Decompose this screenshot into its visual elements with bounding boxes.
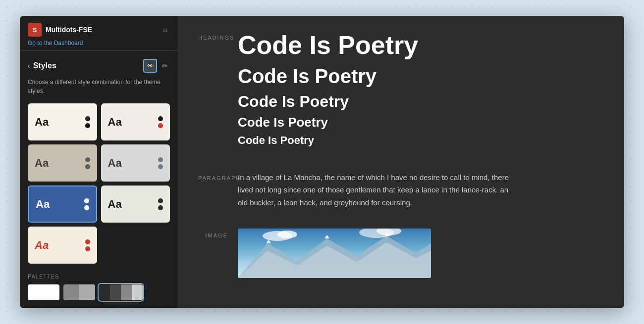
browser-window: S Multidots-FSE ⌕ Go to the Dashboard ‹ … — [20, 16, 624, 308]
sidebar-header: S Multidots-FSE ⌕ Go to the Dashboard — [20, 16, 178, 51]
main-content: HEADINGS Code Is Poetry Code Is Poetry C… — [178, 16, 624, 308]
styles-description: Choose a different style combination for… — [28, 78, 170, 95]
sidebar: S Multidots-FSE ⌕ Go to the Dashboard ‹ … — [20, 16, 178, 308]
palettes-section: PALETTES — [28, 274, 170, 300]
style-card-2[interactable]: Aa — [101, 103, 170, 140]
dot-7-1 — [85, 239, 90, 244]
dots-4 — [158, 157, 163, 169]
svg-point-7 — [277, 231, 297, 238]
mountain-image — [238, 229, 431, 278]
dot-2-2 — [158, 123, 163, 128]
dot-5-1 — [84, 198, 89, 203]
paragraph-label-col: PARAGRAPH — [198, 171, 228, 182]
paragraph-label: PARAGRAPH — [198, 175, 241, 181]
dot-5-2 — [84, 205, 89, 210]
style-aa-3: Aa — [35, 157, 49, 170]
image-label: IMAGE — [206, 232, 228, 238]
paragraph-content: In a village of La Mancha, the name of w… — [238, 171, 604, 209]
dot-6-1 — [158, 198, 163, 203]
style-card-4[interactable]: Aa — [101, 144, 170, 182]
back-arrow-icon: ‹ — [28, 62, 30, 70]
dots-3 — [85, 157, 90, 169]
dots-6 — [158, 198, 163, 210]
image-section: IMAGE — [198, 229, 604, 278]
style-aa-2: Aa — [108, 116, 122, 129]
wp-logo: S — [28, 23, 42, 37]
style-card-1[interactable]: Aa — [28, 103, 97, 140]
style-grid: Aa Aa — [28, 103, 170, 264]
dots-7 — [85, 239, 90, 251]
dashboard-link[interactable]: Go to the Dashboard — [28, 40, 170, 46]
image-label-col: IMAGE — [198, 229, 228, 239]
styles-icons: 👁 ✏ — [143, 59, 170, 73]
paragraph-text: In a village of La Mancha, the name of w… — [238, 171, 515, 209]
heading-h2: Code Is Poetry — [238, 64, 604, 88]
heading-h3: Code Is Poetry — [238, 92, 604, 111]
style-card-6[interactable]: Aa — [101, 185, 170, 223]
dot-3-2 — [85, 164, 90, 169]
palettes-label: PALETTES — [28, 274, 170, 279]
heading-h4: Code Is Poetry — [238, 115, 604, 130]
dot-4-1 — [158, 157, 163, 162]
edit-button[interactable]: ✏ — [160, 61, 170, 71]
dots-5 — [84, 198, 89, 210]
palette-3[interactable] — [99, 284, 143, 300]
dots-1 — [85, 116, 90, 128]
style-aa-1: Aa — [35, 116, 49, 129]
headings-section: HEADINGS Code Is Poetry Code Is Poetry C… — [198, 31, 604, 151]
headings-content: Code Is Poetry Code Is Poetry Code Is Po… — [238, 31, 604, 151]
heading-h1: Code Is Poetry — [238, 31, 604, 60]
paragraph-section: PARAGRAPH In a village of La Mancha, the… — [198, 171, 604, 209]
sidebar-logo-area: S Multidots-FSE — [28, 23, 92, 37]
image-placeholder — [238, 229, 431, 278]
style-card-7[interactable]: Aa — [28, 227, 97, 264]
headings-label: HEADINGS — [198, 35, 234, 41]
dot-6-2 — [158, 205, 163, 210]
preview-button[interactable]: 👁 — [143, 59, 157, 73]
heading-h5: Code Is Poetry — [238, 134, 604, 147]
style-aa-5: Aa — [36, 198, 50, 211]
palette-2[interactable] — [63, 284, 95, 300]
dots-2 — [158, 116, 163, 128]
styles-header: ‹ Styles 👁 ✏ — [28, 59, 170, 73]
dot-4-2 — [158, 164, 163, 169]
sidebar-body: ‹ Styles 👁 ✏ Choose a different style co… — [20, 51, 178, 308]
dot-2-1 — [158, 116, 163, 121]
dot-1-1 — [85, 116, 90, 121]
headings-label-col: HEADINGS — [198, 31, 228, 42]
palettes-row — [28, 284, 170, 300]
dot-7-2 — [85, 246, 90, 251]
style-card-3[interactable]: Aa — [28, 144, 97, 182]
search-button[interactable]: ⌕ — [161, 23, 170, 36]
style-aa-7: Aa — [35, 239, 49, 252]
style-aa-6: Aa — [108, 198, 122, 211]
palette-1[interactable] — [28, 284, 59, 300]
dot-1-2 — [85, 123, 90, 128]
style-aa-4: Aa — [108, 157, 122, 170]
dot-3-1 — [85, 157, 90, 162]
style-card-5[interactable]: Aa — [28, 185, 97, 223]
back-button[interactable]: ‹ Styles — [28, 61, 56, 70]
image-content — [238, 229, 604, 278]
app-name: Multidots-FSE — [46, 26, 92, 34]
styles-title: Styles — [33, 61, 56, 70]
sidebar-top-bar: S Multidots-FSE ⌕ — [28, 23, 170, 37]
